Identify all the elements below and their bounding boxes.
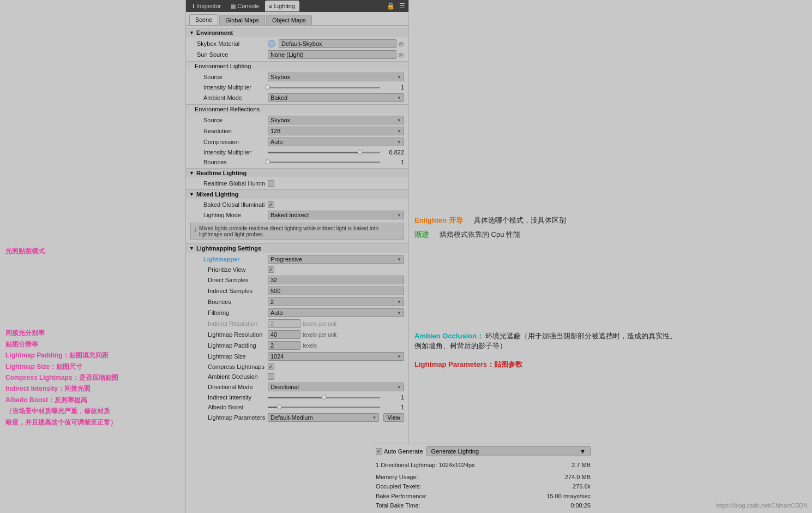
directional-mode-dropdown[interactable]: Directional ▼	[268, 383, 404, 391]
refl-resolution-row: Resolution 128 ▼	[186, 126, 408, 136]
ann-albedo-3: 暗度，并且提高这个值可调整至正常）	[5, 417, 185, 428]
direct-samples-row: Direct Samples 32	[186, 275, 408, 285]
env-intensity-slider[interactable]	[268, 87, 380, 88]
tab-menu-btn[interactable]: ☰	[398, 1, 406, 11]
generate-lighting-btn[interactable]: Generate Lighting ▼	[426, 446, 591, 456]
env-lighting-section: Environment Lighting Source Skybox ▼ Int…	[186, 61, 408, 104]
annotations-left: 光照贴图模式 间接光分别率 贴图分辨率 Lightmap Padding：贴图填…	[5, 246, 185, 428]
mixed-mode-dropdown[interactable]: Baked Indirect ▼	[268, 211, 404, 219]
auto-gen-checkbox[interactable]	[376, 448, 382, 455]
tab-inspector[interactable]: ℹ Inspector	[188, 1, 225, 11]
lm-resolution-input[interactable]: 40	[268, 330, 300, 339]
filtering-row: Filtering Auto ▼	[186, 307, 408, 318]
indirect-res-input: 2	[268, 319, 300, 328]
lm-bounces-row: Bounces 2 ▼	[186, 296, 408, 307]
skybox-material-pick[interactable]: ◎	[399, 40, 404, 47]
environment-header[interactable]: ▼ Environment	[186, 28, 408, 37]
ann-right-2: 渐进 烘焙模式依靠的 Cpu 性能	[414, 230, 796, 240]
env-reflections-header[interactable]: Environment Reflections	[186, 104, 408, 114]
stat-row-5: Total Bake Time: 0:00:26	[376, 501, 591, 511]
lighting-icon: ≡	[269, 3, 273, 9]
refl-intensity-slider[interactable]	[268, 152, 380, 153]
lm-resolution-row: Lightmap Resolution 40 texels per unit	[186, 329, 408, 340]
lm-size-dropdown[interactable]: 1024 ▼	[268, 352, 404, 361]
filtering-dropdown[interactable]: Auto ▼	[268, 308, 404, 317]
ann-lm-res: 贴图分辨率	[5, 339, 185, 350]
environment-body: Skybox Material Default-Skybox ◎ Sun Sou…	[186, 37, 408, 61]
main-panel: ℹ Inspector ▦ Console ≡ Lighting 🔒 ☰ Sce…	[185, 0, 409, 513]
env-ambient-arrow: ▼	[397, 96, 401, 100]
env-lighting-body: Source Skybox ▼ Intensity Multiplier	[186, 70, 408, 104]
mixed-body: Baked Global Illuminati Lighting Mode Ba…	[186, 199, 408, 243]
albedo-row: Albedo Boost 1	[186, 402, 408, 412]
refl-bounces-slider[interactable]	[268, 162, 380, 163]
compress-row: Compress Lightmaps	[186, 362, 408, 372]
albedo-slider[interactable]	[268, 407, 380, 408]
content-area[interactable]: ▼ Environment Skybox Material Default-Sk…	[186, 26, 408, 511]
tab-lighting[interactable]: ≡ Lighting	[265, 1, 299, 11]
prioritize-checkbox[interactable]	[268, 266, 274, 273]
realtime-body: Realtime Global Illumin	[186, 177, 408, 189]
refl-compression-dropdown[interactable]: Auto ▼	[268, 138, 404, 146]
tab-bar: ℹ Inspector ▦ Console ≡ Lighting 🔒 ☰	[186, 0, 408, 12]
ann-lm-padding: Lightmap Padding：贴图填充间距	[5, 350, 185, 361]
ann-albedo: Albedo Boost：反照率提高	[5, 395, 185, 405]
tab-lock-btn[interactable]: 🔒	[386, 1, 396, 11]
lm-bounces-dropdown[interactable]: 2 ▼	[268, 297, 404, 306]
mixed-header[interactable]: ▼ Mixed Lighting	[186, 189, 408, 199]
sub-tab-object-maps[interactable]: Object Maps	[266, 15, 312, 25]
ann-title: 光照贴图模式	[5, 246, 185, 256]
lm-params-dropdown[interactable]: Default-Medium ▼	[268, 413, 379, 422]
watermark: https://blog.csdn.net/ChinartCSDN	[716, 502, 808, 509]
lightmapping-header[interactable]: ▼ Lightmapping Settings	[186, 243, 408, 253]
env-ambient-dropdown[interactable]: Baked ▼	[268, 93, 404, 102]
refl-resolution-dropdown[interactable]: 128 ▼	[268, 127, 404, 135]
annotations-right: Enlighten 开导 具体选哪个模式，没具体区别 渐进 烘焙模式依靠的 Cp…	[414, 216, 796, 369]
tab-actions: 🔒 ☰	[386, 1, 406, 11]
auto-generate-row: Auto Generate Generate Lighting ▼	[371, 444, 595, 458]
env-lighting-header[interactable]: Environment Lighting	[186, 61, 408, 70]
realtime-gi-checkbox[interactable]	[268, 180, 274, 187]
sun-source-row: Sun Source None (Light) ◎	[186, 49, 408, 60]
stat-row-1: 1 Directional Lightmap: 1024x1024px 2.7 …	[376, 461, 591, 470]
sun-source-input[interactable]: None (Light)	[268, 50, 396, 59]
refl-intensity-row: Intensity Multiplier 0.822	[186, 147, 408, 157]
sub-tab-scene[interactable]: Scene	[189, 14, 218, 25]
mixed-baked-checkbox[interactable]	[268, 201, 274, 208]
sun-source-pick[interactable]: ◎	[399, 51, 404, 58]
env-source-arrow: ▼	[397, 75, 401, 80]
realtime-gi-row: Realtime Global Illumin	[186, 178, 408, 188]
lm-params-view-btn[interactable]: View	[383, 413, 404, 422]
lm-params-row: Lightmap Parameters Default-Medium ▼ Vie…	[186, 412, 408, 423]
mixed-info-box: ℹ Mixed lights provide realtime direct l…	[190, 223, 404, 240]
sub-tab-global-maps[interactable]: Global Maps	[219, 15, 265, 25]
skybox-circle-icon	[268, 40, 275, 47]
refl-compression-row: Compression Auto ▼	[186, 136, 408, 147]
compress-checkbox[interactable]	[268, 363, 274, 370]
ann-right-4: Lightmap Parameters：贴图参数	[414, 360, 796, 369]
lightmapper-dropdown[interactable]: Progressive ▼	[268, 255, 404, 264]
indirect-int-slider[interactable]	[268, 397, 380, 398]
mixed-section: ▼ Mixed Lighting Baked Global Illuminati…	[186, 189, 408, 243]
ann-right-3a: Ambien Occlusion： 环境光遮蔽（用于加强当阴影部分被遮挡时，造成…	[414, 331, 796, 341]
skybox-material-row: Skybox Material Default-Skybox ◎	[186, 38, 408, 49]
indirect-samples-input[interactable]: 500	[268, 287, 404, 295]
env-source-dropdown[interactable]: Skybox ▼	[268, 73, 404, 81]
skybox-material-input[interactable]: Default-Skybox	[279, 39, 396, 48]
refl-source-row: Source Skybox ▼	[186, 115, 408, 126]
indirect-samples-row: Indirect Samples 500	[186, 285, 408, 296]
tab-console[interactable]: ▦ Console	[226, 1, 263, 11]
env-reflections-body: Source Skybox ▼ Resolution 128 ▼	[186, 114, 408, 168]
direct-samples-input[interactable]: 32	[268, 276, 404, 284]
ambient-occ-checkbox[interactable]	[268, 373, 274, 380]
stats-area: 1 Directional Lightmap: 1024x1024px 2.7 …	[371, 458, 595, 513]
indirect-int-row: Indirect Intensity 1	[186, 392, 408, 402]
env-source-row: Source Skybox ▼	[186, 71, 408, 82]
stat-row-2: Memory Usage: 274.0 MB	[376, 473, 591, 482]
refl-source-dropdown[interactable]: Skybox ▼	[268, 116, 404, 124]
ann-indirect-res: 间接光分别率	[5, 327, 185, 338]
ann-right-1: Enlighten 开导 具体选哪个模式，没具体区别	[414, 216, 796, 225]
realtime-header[interactable]: ▼ Realtime Lighting	[186, 168, 408, 177]
lm-padding-input[interactable]: 2	[268, 341, 300, 350]
ann-albedo-2: （当场景中材质曝光严重，修改材质	[5, 405, 185, 416]
